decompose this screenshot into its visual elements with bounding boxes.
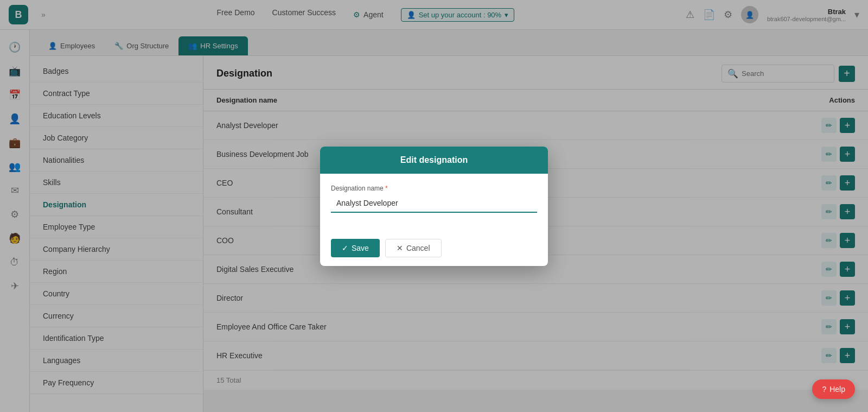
modal-title: Edit designation	[400, 155, 468, 164]
designation-name-input[interactable]	[331, 194, 537, 213]
help-button[interactable]: ? Help	[812, 379, 855, 399]
save-check-icon: ✓	[342, 244, 348, 252]
modal-footer: ✓ Save ✕ Cancel	[320, 232, 548, 266]
required-indicator: *	[385, 185, 388, 192]
modal-header: Edit designation	[320, 147, 548, 174]
cancel-button[interactable]: ✕ Cancel	[385, 239, 442, 257]
designation-name-label: Designation name *	[331, 185, 537, 192]
modal-body: Designation name *	[320, 174, 548, 232]
designation-name-field: Designation name *	[331, 185, 537, 213]
edit-designation-modal: Edit designation Designation name * ✓ Sa…	[320, 147, 548, 266]
modal-overlay: Edit designation Designation name * ✓ Sa…	[0, 0, 868, 412]
save-button[interactable]: ✓ Save	[331, 239, 380, 257]
help-icon: ?	[822, 385, 826, 394]
cancel-x-icon: ✕	[397, 244, 403, 252]
